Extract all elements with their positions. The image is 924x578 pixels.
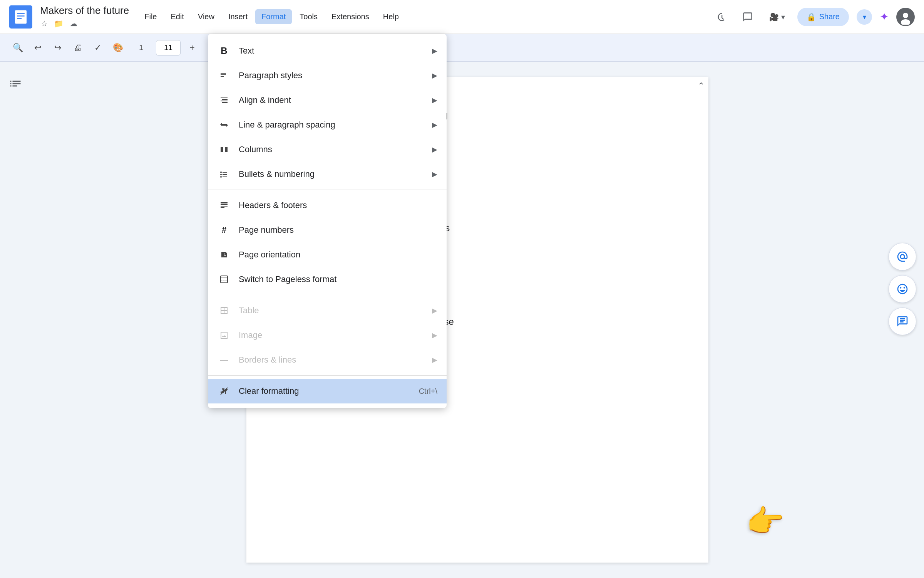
menu-insert[interactable]: Insert (222, 9, 254, 24)
spelling-btn[interactable]: ✓ (89, 39, 106, 56)
title-icons: ☆ 📁 ☁ (40, 18, 129, 29)
cloud-icon[interactable]: ☁ (69, 18, 78, 29)
format-menu-item-page-orientation[interactable]: Page orientation (208, 242, 447, 267)
font-size-increase-btn[interactable]: + (184, 39, 201, 56)
format-page-orientation-icon (217, 248, 231, 262)
format-page-orientation-label: Page orientation (239, 250, 437, 260)
share-lock-icon: 🔒 (807, 12, 816, 22)
svg-rect-14 (221, 202, 228, 203)
format-page-numbers-icon: # (217, 223, 231, 237)
svg-rect-2 (17, 13, 25, 14)
format-menu-divider-2 (208, 295, 447, 295)
format-menu-item-headers[interactable]: Headers & footers (208, 193, 447, 218)
print-btn[interactable]: 🖨 (69, 39, 86, 56)
menu-tools[interactable]: Tools (293, 9, 324, 24)
format-line-spacing-icon (217, 118, 231, 132)
format-paragraph-styles-label: Paragraph styles (239, 71, 424, 81)
format-page-numbers-label: Page numbers (239, 225, 437, 235)
font-size-input[interactable] (156, 40, 181, 55)
format-menu-item-borders: — Borders & lines ▶ (208, 348, 447, 372)
svg-rect-11 (223, 174, 227, 175)
format-menu-item-paragraph-styles[interactable]: Paragraph styles ▶ (208, 63, 447, 88)
gemini-icon[interactable]: ✦ (880, 10, 889, 23)
star-icon[interactable]: ☆ (40, 18, 49, 29)
format-menu-item-page-numbers[interactable]: # Page numbers (208, 218, 447, 242)
format-bullets-label: Bullets & numbering (239, 169, 424, 179)
undo-btn[interactable]: ↩ (29, 39, 46, 56)
folder-icon[interactable]: 📁 (53, 18, 64, 29)
format-text-arrow: ▶ (432, 47, 437, 55)
format-switch-pageless-label: Switch to Pageless format (239, 274, 437, 284)
sidebar-outline-icon[interactable] (5, 74, 26, 96)
format-menu-section-4: Clear formatting Ctrl+\ (208, 377, 447, 405)
format-headers-label: Headers & footers (239, 200, 437, 210)
svg-rect-18 (221, 276, 228, 283)
format-menu-item-bullets[interactable]: Bullets & numbering ▶ (208, 162, 447, 187)
format-menu-item-switch-pageless[interactable]: Switch to Pageless format (208, 267, 447, 292)
format-clear-formatting-icon (217, 384, 231, 398)
search-toolbar-btn[interactable]: 🔍 (9, 39, 26, 56)
menu-bar: File Edit View Insert Format Tools Exten… (138, 9, 405, 24)
format-menu-item-text[interactable]: B Text ▶ (208, 39, 447, 63)
menu-help[interactable]: Help (377, 9, 405, 24)
suggest-edit-float-btn[interactable] (889, 307, 916, 335)
format-menu-item-table: Table ▶ (208, 298, 447, 323)
doc-app-icon[interactable] (9, 5, 32, 29)
format-menu-item-line-spacing[interactable]: Line & paragraph spacing ▶ (208, 113, 447, 137)
format-align-indent-icon (217, 93, 231, 107)
doc-title[interactable]: Makers of the future (40, 5, 129, 17)
format-menu-section-1: B Text ▶ Paragraph styles ▶ Align & inde… (208, 37, 447, 188)
format-bullets-icon (217, 167, 231, 181)
share-button[interactable]: 🔒 Share (797, 8, 849, 26)
format-menu-item-columns[interactable]: Columns ▶ (208, 137, 447, 162)
svg-point-6 (903, 13, 908, 18)
menu-edit[interactable]: Edit (164, 9, 190, 24)
menu-view[interactable]: View (192, 9, 221, 24)
svg-rect-9 (223, 172, 227, 173)
format-image-icon (217, 328, 231, 342)
comments-icon[interactable] (738, 8, 757, 26)
format-borders-icon: — (217, 353, 231, 367)
format-menu-divider-3 (208, 375, 447, 376)
paint-format-btn[interactable]: 🎨 (109, 39, 126, 56)
format-paragraph-styles-icon (217, 69, 231, 82)
format-switch-pageless-icon (217, 272, 231, 286)
menu-extensions[interactable]: Extensions (325, 9, 375, 24)
format-align-indent-arrow: ▶ (432, 96, 437, 104)
format-menu-section-3: Table ▶ Image ▶ — Borders & lines ▶ (208, 297, 447, 374)
format-headers-icon (217, 198, 231, 212)
right-float-buttons (889, 243, 916, 335)
format-paragraph-styles-arrow: ▶ (432, 71, 437, 80)
zoom-label[interactable]: 1 (136, 43, 146, 52)
format-dropdown-menu: B Text ▶ Paragraph styles ▶ Align & inde… (208, 34, 447, 408)
add-comment-float-btn[interactable] (889, 243, 916, 271)
sidebar (0, 62, 31, 578)
main-layout: ⌃ almon... detecting threats and trigger… (0, 62, 924, 578)
doc-collapse-btn[interactable]: ⌃ (698, 81, 705, 91)
user-avatar[interactable] (896, 8, 915, 26)
format-menu-item-clear-formatting[interactable]: Clear formatting Ctrl+\ (208, 379, 447, 403)
format-menu-section-2: Headers & footers # Page numbers Page or… (208, 192, 447, 293)
menu-format[interactable]: Format (255, 9, 292, 24)
doc-title-area: Makers of the future ☆ 📁 ☁ (40, 5, 129, 29)
history-icon[interactable] (712, 8, 731, 26)
menu-file[interactable]: File (138, 9, 163, 24)
share-dropdown-arrow[interactable]: ▾ (857, 9, 872, 25)
toolbar: 🔍 ↩ ↪ 🖨 ✓ 🎨 1 + ⋮ ✏ ⌃ (0, 34, 924, 62)
svg-rect-3 (17, 15, 25, 17)
redo-btn[interactable]: ↪ (49, 39, 66, 56)
format-borders-label: Borders & lines (239, 355, 424, 365)
meet-icon[interactable]: 🎥 ▾ (765, 8, 790, 26)
svg-rect-17 (221, 207, 224, 208)
svg-rect-4 (17, 18, 22, 19)
format-borders-arrow: ▶ (432, 356, 437, 364)
svg-point-12 (220, 176, 222, 178)
svg-point-8 (220, 171, 222, 173)
svg-rect-13 (223, 176, 227, 177)
format-line-spacing-label: Line & paragraph spacing (239, 120, 424, 130)
format-menu-item-align-indent[interactable]: Align & indent ▶ (208, 88, 447, 113)
format-table-arrow: ▶ (432, 306, 437, 315)
format-align-indent-label: Align & indent (239, 95, 424, 105)
svg-rect-16 (221, 206, 228, 207)
insert-emoji-float-btn[interactable] (889, 275, 916, 303)
